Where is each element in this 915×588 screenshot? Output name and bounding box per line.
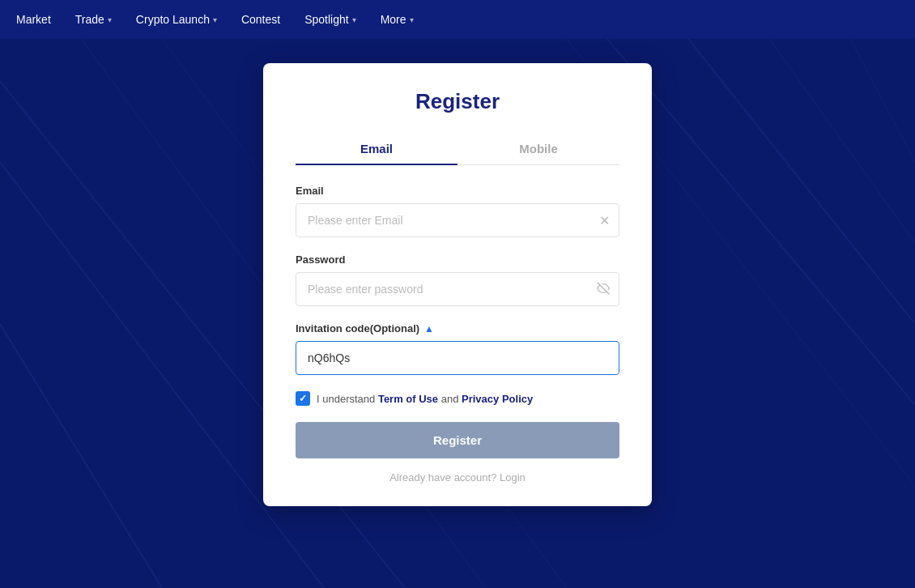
tab-email[interactable]: Email	[296, 134, 458, 165]
nav-contest[interactable]: Contest	[241, 13, 280, 26]
nav-spotlight[interactable]: Spotlight ▾	[304, 13, 355, 26]
email-input-wrapper: ✕	[296, 203, 619, 237]
register-button[interactable]: Register	[296, 422, 619, 458]
invitation-input[interactable]	[296, 341, 619, 375]
register-card: Register Email Mobile Email ✕ Password	[263, 63, 652, 506]
term-of-use-link[interactable]: Term of Use	[378, 393, 438, 405]
chevron-down-icon: ▾	[410, 15, 414, 24]
terms-checkbox[interactable]	[296, 391, 310, 406]
chevron-down-icon: ▾	[213, 15, 217, 24]
password-input-wrapper	[296, 272, 619, 306]
email-field-group: Email ✕	[296, 185, 619, 237]
email-input[interactable]	[296, 203, 619, 237]
password-input[interactable]	[296, 272, 619, 306]
invitation-label: Invitation code(Optional)	[296, 322, 419, 334]
password-label: Password	[296, 254, 619, 266]
clear-icon[interactable]: ✕	[599, 213, 610, 228]
eye-icon[interactable]	[597, 282, 610, 297]
nav-market[interactable]: Market	[16, 13, 51, 26]
chevron-up-icon[interactable]: ▲	[424, 323, 434, 334]
terms-checkbox-row: I understand Term of Use and Privacy Pol…	[296, 391, 619, 406]
tab-bar: Email Mobile	[296, 134, 619, 165]
nav-more[interactable]: More ▾	[381, 13, 414, 26]
page-title: Register	[296, 89, 619, 114]
login-link[interactable]: Login	[500, 471, 526, 484]
invitation-label-row: Invitation code(Optional) ▲	[296, 322, 619, 334]
privacy-policy-link[interactable]: Privacy Policy	[462, 393, 533, 405]
tab-mobile[interactable]: Mobile	[458, 134, 619, 165]
checkbox-text: I understand Term of Use and Privacy Pol…	[317, 393, 533, 405]
main-content: Register Email Mobile Email ✕ Password	[0, 39, 915, 588]
nav-crypto-launch[interactable]: Crypto Launch ▾	[136, 13, 217, 26]
chevron-down-icon: ▾	[108, 15, 112, 24]
invitation-field-group: Invitation code(Optional) ▲	[296, 322, 619, 375]
chevron-down-icon: ▾	[352, 15, 356, 24]
navbar: Market Trade ▾ Crypto Launch ▾ Contest S…	[0, 0, 915, 39]
email-label: Email	[296, 185, 619, 197]
login-row: Already have account? Login	[296, 471, 619, 484]
nav-trade[interactable]: Trade ▾	[75, 13, 112, 26]
invitation-input-wrapper	[296, 341, 619, 375]
password-field-group: Password	[296, 254, 619, 306]
